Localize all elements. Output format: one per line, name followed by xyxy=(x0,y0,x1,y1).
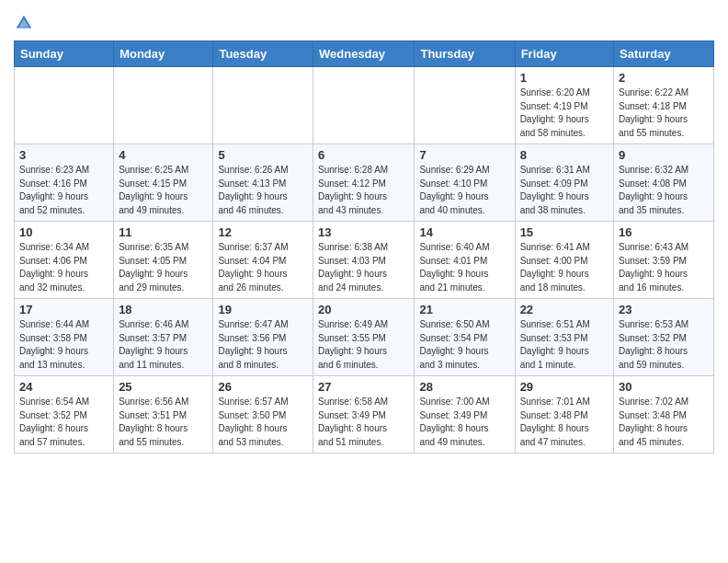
day-number: 23 xyxy=(619,303,709,316)
day-info: Sunrise: 6:37 AM Sunset: 4:04 PM Dayligh… xyxy=(218,241,308,294)
calendar-body: 1Sunrise: 6:20 AM Sunset: 4:19 PM Daylig… xyxy=(15,67,714,454)
weekday-friday: Friday xyxy=(515,41,613,67)
day-number: 7 xyxy=(419,148,509,162)
logo-icon xyxy=(14,13,34,33)
day-info: Sunrise: 6:58 AM Sunset: 3:49 PM Dayligh… xyxy=(318,396,409,449)
day-info: Sunrise: 6:51 AM Sunset: 3:53 PM Dayligh… xyxy=(520,318,609,372)
day-info: Sunrise: 6:50 AM Sunset: 3:54 PM Dayligh… xyxy=(419,318,509,372)
day-number: 28 xyxy=(419,380,509,394)
day-info: Sunrise: 7:02 AM Sunset: 3:48 PM Dayligh… xyxy=(619,396,709,449)
calendar-cell: 1Sunrise: 6:20 AM Sunset: 4:19 PM Daylig… xyxy=(515,67,613,144)
calendar-week-3: 10Sunrise: 6:34 AM Sunset: 4:06 PM Dayli… xyxy=(15,222,714,299)
day-number: 30 xyxy=(619,380,709,394)
calendar-cell: 9Sunrise: 6:32 AM Sunset: 4:08 PM Daylig… xyxy=(614,144,714,222)
calendar-cell: 22Sunrise: 6:51 AM Sunset: 3:53 PM Dayli… xyxy=(515,299,613,376)
calendar-cell: 7Sunrise: 6:29 AM Sunset: 4:10 PM Daylig… xyxy=(415,144,515,222)
day-info: Sunrise: 6:46 AM Sunset: 3:57 PM Dayligh… xyxy=(119,318,208,372)
calendar-cell: 10Sunrise: 6:34 AM Sunset: 4:06 PM Dayli… xyxy=(15,222,114,299)
calendar-cell: 29Sunrise: 7:01 AM Sunset: 3:48 PM Dayli… xyxy=(515,376,613,454)
calendar-cell: 19Sunrise: 6:47 AM Sunset: 3:56 PM Dayli… xyxy=(213,299,313,376)
day-info: Sunrise: 6:20 AM Sunset: 4:19 PM Dayligh… xyxy=(520,86,609,140)
calendar-cell: 11Sunrise: 6:35 AM Sunset: 4:05 PM Dayli… xyxy=(114,222,213,299)
day-info: Sunrise: 6:29 AM Sunset: 4:10 PM Dayligh… xyxy=(419,164,509,217)
day-info: Sunrise: 6:26 AM Sunset: 4:13 PM Dayligh… xyxy=(218,164,308,217)
day-info: Sunrise: 6:25 AM Sunset: 4:15 PM Dayligh… xyxy=(119,164,208,217)
calendar-week-4: 17Sunrise: 6:44 AM Sunset: 3:58 PM Dayli… xyxy=(15,299,714,376)
calendar-cell: 21Sunrise: 6:50 AM Sunset: 3:54 PM Dayli… xyxy=(415,299,515,376)
day-number: 24 xyxy=(19,380,108,394)
day-number: 25 xyxy=(119,380,208,394)
day-number: 3 xyxy=(19,148,108,162)
day-info: Sunrise: 6:56 AM Sunset: 3:51 PM Dayligh… xyxy=(119,396,208,449)
calendar-cell: 18Sunrise: 6:46 AM Sunset: 3:57 PM Dayli… xyxy=(114,299,213,376)
calendar-cell: 4Sunrise: 6:25 AM Sunset: 4:15 PM Daylig… xyxy=(114,144,213,222)
calendar-cell: 2Sunrise: 6:22 AM Sunset: 4:18 PM Daylig… xyxy=(614,67,714,144)
calendar-week-1: 1Sunrise: 6:20 AM Sunset: 4:19 PM Daylig… xyxy=(15,67,714,144)
day-info: Sunrise: 6:35 AM Sunset: 4:05 PM Dayligh… xyxy=(119,241,208,294)
day-number: 18 xyxy=(119,303,208,316)
calendar-cell xyxy=(15,67,114,144)
calendar-table: SundayMondayTuesdayWednesdayThursdayFrid… xyxy=(14,40,714,454)
header xyxy=(14,9,714,33)
day-number: 21 xyxy=(419,303,509,316)
calendar-cell: 25Sunrise: 6:56 AM Sunset: 3:51 PM Dayli… xyxy=(114,376,213,454)
calendar-cell: 16Sunrise: 6:43 AM Sunset: 3:59 PM Dayli… xyxy=(614,222,714,299)
calendar-cell: 5Sunrise: 6:26 AM Sunset: 4:13 PM Daylig… xyxy=(213,144,313,222)
day-number: 19 xyxy=(218,303,308,316)
calendar-week-5: 24Sunrise: 6:54 AM Sunset: 3:52 PM Dayli… xyxy=(15,376,714,454)
day-number: 2 xyxy=(619,71,709,85)
day-number: 20 xyxy=(318,303,409,316)
calendar-cell xyxy=(213,67,313,144)
day-info: Sunrise: 6:28 AM Sunset: 4:12 PM Dayligh… xyxy=(318,164,409,217)
calendar-cell xyxy=(415,67,515,144)
calendar-cell: 30Sunrise: 7:02 AM Sunset: 3:48 PM Dayli… xyxy=(614,376,714,454)
day-info: Sunrise: 7:00 AM Sunset: 3:49 PM Dayligh… xyxy=(419,396,509,449)
weekday-tuesday: Tuesday xyxy=(213,41,313,67)
day-info: Sunrise: 6:54 AM Sunset: 3:52 PM Dayligh… xyxy=(19,396,108,449)
weekday-monday: Monday xyxy=(114,41,213,67)
day-number: 12 xyxy=(218,225,308,239)
calendar-cell xyxy=(313,67,415,144)
day-info: Sunrise: 6:31 AM Sunset: 4:09 PM Dayligh… xyxy=(520,164,609,217)
calendar-cell: 20Sunrise: 6:49 AM Sunset: 3:55 PM Dayli… xyxy=(313,299,415,376)
calendar-cell: 27Sunrise: 6:58 AM Sunset: 3:49 PM Dayli… xyxy=(313,376,415,454)
day-info: Sunrise: 6:57 AM Sunset: 3:50 PM Dayligh… xyxy=(218,396,308,449)
day-info: Sunrise: 6:47 AM Sunset: 3:56 PM Dayligh… xyxy=(218,318,308,372)
page: SundayMondayTuesdayWednesdayThursdayFrid… xyxy=(0,0,728,467)
day-number: 6 xyxy=(318,148,409,162)
weekday-header-row: SundayMondayTuesdayWednesdayThursdayFrid… xyxy=(15,41,714,67)
day-info: Sunrise: 6:44 AM Sunset: 3:58 PM Dayligh… xyxy=(19,318,108,372)
day-number: 9 xyxy=(619,148,709,162)
day-number: 1 xyxy=(520,71,609,85)
day-info: Sunrise: 6:38 AM Sunset: 4:03 PM Dayligh… xyxy=(318,241,409,294)
day-info: Sunrise: 6:34 AM Sunset: 4:06 PM Dayligh… xyxy=(19,241,108,294)
day-number: 27 xyxy=(318,380,409,394)
day-number: 8 xyxy=(520,148,609,162)
calendar-cell: 24Sunrise: 6:54 AM Sunset: 3:52 PM Dayli… xyxy=(15,376,114,454)
day-info: Sunrise: 6:32 AM Sunset: 4:08 PM Dayligh… xyxy=(619,164,709,217)
calendar-cell: 26Sunrise: 6:57 AM Sunset: 3:50 PM Dayli… xyxy=(213,376,313,454)
calendar-cell xyxy=(114,67,213,144)
day-number: 16 xyxy=(619,225,709,239)
calendar-cell: 12Sunrise: 6:37 AM Sunset: 4:04 PM Dayli… xyxy=(213,222,313,299)
calendar-cell: 28Sunrise: 7:00 AM Sunset: 3:49 PM Dayli… xyxy=(415,376,515,454)
calendar-cell: 15Sunrise: 6:41 AM Sunset: 4:00 PM Dayli… xyxy=(515,222,613,299)
day-number: 17 xyxy=(19,303,108,316)
calendar-cell: 3Sunrise: 6:23 AM Sunset: 4:16 PM Daylig… xyxy=(15,144,114,222)
calendar-cell: 17Sunrise: 6:44 AM Sunset: 3:58 PM Dayli… xyxy=(15,299,114,376)
day-number: 26 xyxy=(218,380,308,394)
day-info: Sunrise: 6:40 AM Sunset: 4:01 PM Dayligh… xyxy=(419,241,509,294)
logo xyxy=(14,9,38,33)
calendar-cell: 23Sunrise: 6:53 AM Sunset: 3:52 PM Dayli… xyxy=(614,299,714,376)
day-number: 5 xyxy=(218,148,308,162)
weekday-saturday: Saturday xyxy=(614,41,714,67)
day-info: Sunrise: 6:22 AM Sunset: 4:18 PM Dayligh… xyxy=(619,86,709,140)
weekday-sunday: Sunday xyxy=(15,41,114,67)
calendar-cell: 13Sunrise: 6:38 AM Sunset: 4:03 PM Dayli… xyxy=(313,222,415,299)
day-number: 15 xyxy=(520,225,609,239)
calendar-cell: 6Sunrise: 6:28 AM Sunset: 4:12 PM Daylig… xyxy=(313,144,415,222)
calendar-week-2: 3Sunrise: 6:23 AM Sunset: 4:16 PM Daylig… xyxy=(15,144,714,222)
calendar-cell: 8Sunrise: 6:31 AM Sunset: 4:09 PM Daylig… xyxy=(515,144,613,222)
day-info: Sunrise: 6:53 AM Sunset: 3:52 PM Dayligh… xyxy=(619,318,709,372)
day-number: 11 xyxy=(119,225,208,239)
